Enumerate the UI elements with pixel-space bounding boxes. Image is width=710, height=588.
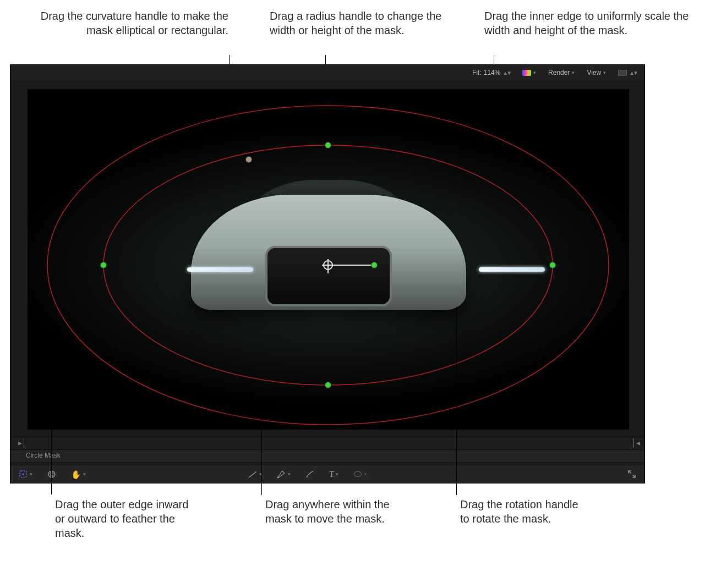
car-headlight-right — [479, 267, 545, 272]
svg-point-3 — [48, 473, 55, 476]
radius-handle-left[interactable] — [100, 262, 107, 268]
curvature-handle[interactable] — [245, 156, 252, 163]
chevron-down-icon: ▾ — [572, 70, 575, 75]
chevron-down-icon: ▾ — [30, 471, 32, 477]
render-label: Render — [548, 69, 570, 76]
rotation-handle-line — [333, 265, 373, 266]
playhead-out-icon[interactable]: │◂ — [631, 438, 640, 447]
brush-icon — [305, 469, 315, 479]
render-menu[interactable]: Render ▾ — [546, 68, 577, 78]
car-grille — [265, 246, 392, 306]
svg-point-6 — [277, 477, 279, 479]
svg-point-2 — [48, 471, 55, 477]
pen-tool[interactable]: ▾ — [274, 468, 293, 481]
transform-tool[interactable]: ▾ — [16, 468, 35, 481]
rotation-handle[interactable] — [371, 262, 378, 268]
svg-point-7 — [354, 472, 362, 477]
pen-icon — [276, 469, 286, 479]
pan-hand-tool[interactable]: ✋ ▾ — [69, 469, 88, 480]
radius-handle-top[interactable] — [325, 142, 331, 149]
chevron-down-icon: ▾ — [336, 471, 338, 477]
text-icon: T — [329, 470, 334, 479]
car-headlight-left — [187, 267, 253, 272]
radius-handle-bottom[interactable] — [325, 382, 331, 388]
chevron-down-icon: ▾ — [288, 471, 291, 477]
view-menu[interactable]: View ▾ — [585, 68, 608, 78]
hand-icon: ✋ — [71, 470, 81, 479]
view-label: View — [587, 69, 601, 76]
callout-move: Drag anywhere within the mask to move th… — [265, 497, 397, 526]
color-swatch-icon — [522, 70, 531, 76]
canvas-tools-toolbar: ▾ ✋ ▾ ▾ ▾ — [10, 465, 645, 483]
text-tool[interactable]: T ▾ — [327, 469, 341, 480]
fit-zoom-control[interactable]: Fit: 114% ▲▼ — [470, 68, 512, 78]
chevron-down-icon: ▾ — [83, 471, 86, 477]
chevron-down-icon: ▾ — [364, 471, 367, 477]
viewer-layout-menu[interactable]: ▲▼ — [616, 69, 639, 77]
radius-handle-right[interactable] — [549, 262, 556, 268]
expand-icon — [627, 469, 637, 479]
mask-center-anchor[interactable] — [323, 260, 333, 270]
selected-object-label: Circle Mask — [26, 452, 61, 459]
svg-line-5 — [249, 472, 256, 478]
canvas[interactable] — [28, 89, 629, 430]
svg-point-1 — [23, 474, 24, 475]
fullscreen-toggle[interactable] — [625, 468, 639, 481]
selection-label-row: Circle Mask — [10, 450, 645, 462]
fit-value: 114% — [484, 69, 501, 76]
line-icon — [248, 469, 258, 479]
ellipse-mask-icon — [353, 469, 363, 479]
callout-rotate: Drag the rotation handle to rotate the m… — [460, 497, 587, 526]
chevron-down-icon: ▾ — [603, 70, 606, 75]
stepper-icon: ▲▼ — [503, 70, 510, 76]
viewer-top-toolbar: Fit: 114% ▲▼ ▾ Render ▾ View ▾ ▲▼ — [10, 65, 645, 80]
callout-radius: Drag a radius handle to change the width… — [270, 9, 451, 37]
callout-inner: Drag the inner edge to uniformly scale t… — [484, 9, 704, 37]
chevron-down-icon: ▾ — [533, 70, 536, 75]
stepper-icon: ▲▼ — [629, 70, 637, 76]
globe-3d-icon — [47, 469, 57, 479]
3d-transform-tool[interactable] — [45, 468, 59, 481]
playhead-in-icon[interactable]: ▸│ — [18, 438, 27, 447]
mask-shape-tool[interactable]: ▾ — [351, 468, 369, 481]
mini-timeline[interactable]: ▸│ │◂ — [10, 437, 645, 450]
chevron-down-icon: ▾ — [259, 471, 262, 477]
paint-stroke-tool[interactable] — [303, 468, 317, 481]
transform-icon — [18, 469, 28, 479]
color-channel-menu[interactable]: ▾ — [520, 69, 538, 77]
viewer-window: Fit: 114% ▲▼ ▾ Render ▾ View ▾ ▲▼ — [10, 64, 645, 483]
line-shape-tool[interactable]: ▾ — [245, 468, 264, 481]
svg-point-4 — [51, 471, 53, 477]
callout-curvature: Drag the curvature handle to make the ma… — [25, 9, 228, 37]
callout-outer: Drag the outer edge inward or outward to… — [55, 497, 198, 540]
fit-label: Fit: — [472, 69, 482, 76]
layout-swatch-icon — [618, 70, 627, 76]
